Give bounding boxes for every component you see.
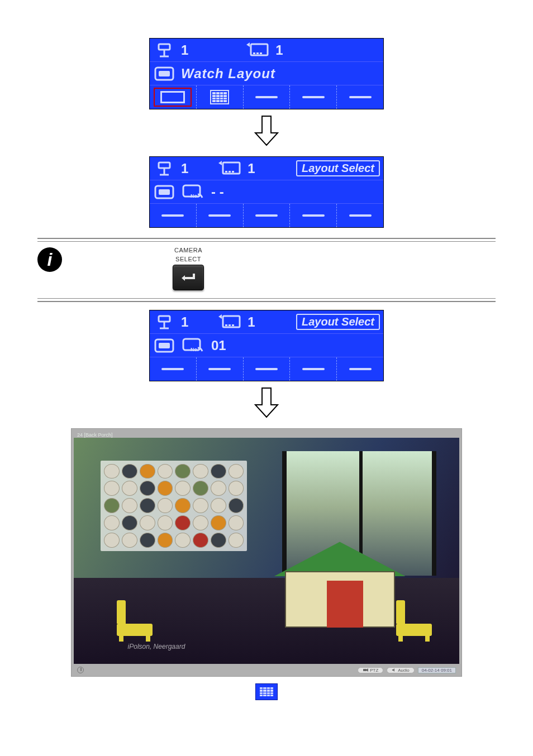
- camera-select-button[interactable]: [173, 265, 204, 290]
- svg-rect-20: [232, 324, 234, 326]
- camera-image: iPolson, Neergaard: [74, 438, 459, 664]
- camera-view-screenshot: 24 [Back Porch] iPolson, Neergaard: [71, 428, 462, 677]
- monitor-icon: [217, 314, 242, 330]
- svg-rect-11: [232, 171, 234, 173]
- svg-rect-13: [159, 189, 170, 195]
- layout-option-single[interactable]: [150, 85, 197, 109]
- screen-icon: [153, 184, 175, 200]
- layout-option-empty-1[interactable]: [244, 85, 291, 109]
- svg-text:No.: No.: [191, 347, 199, 352]
- layout-no-icon: No.: [181, 337, 206, 355]
- layout-single-selected: [154, 88, 192, 107]
- svg-rect-25: [363, 669, 367, 671]
- power-icon[interactable]: [77, 667, 84, 673]
- camera-title: 24 [Back Porch]: [77, 432, 113, 438]
- svg-rect-2: [253, 52, 255, 54]
- svg-rect-7: [159, 162, 170, 168]
- layout-select-indicator: Layout Select: [296, 160, 380, 176]
- down-arrow-2: [250, 381, 283, 428]
- audio-button[interactable]: Audio: [387, 667, 414, 673]
- camera-number: 1: [181, 314, 188, 330]
- ptz-label: PTZ: [370, 668, 378, 673]
- info-icon: i: [37, 247, 62, 272]
- panel-watch-layout: 1 1 Watch Layout: [149, 38, 384, 109]
- monitor-number: 1: [248, 314, 255, 330]
- svg-text:No.: No.: [191, 193, 199, 199]
- blank-strip: [150, 357, 383, 381]
- screen-icon: [153, 65, 175, 82]
- camera-watermark: iPolson, Neergaard: [128, 643, 185, 650]
- svg-rect-0: [159, 44, 170, 50]
- grid-icon-footer: [255, 683, 278, 700]
- panel-layout-select-01: 1 1 Layout Select No. 01: [149, 310, 384, 381]
- down-arrow-1: [250, 109, 283, 156]
- panel-layout-select-blank: 1 1 Layout Select No. - -: [149, 156, 384, 228]
- audio-label: Audio: [398, 668, 409, 673]
- layout-select-indicator: Layout Select: [296, 314, 380, 330]
- datetime-readout: 04-02-14 09:01: [418, 667, 456, 673]
- svg-rect-16: [159, 316, 170, 322]
- camera-icon: [153, 42, 175, 59]
- grid-icon: [210, 90, 229, 104]
- layout-option-empty-3[interactable]: [337, 85, 383, 109]
- svg-rect-10: [229, 171, 231, 173]
- camera-select-label-2: SELECT: [173, 256, 204, 263]
- layout-number: 01: [211, 338, 226, 353]
- layout-option-empty-2[interactable]: [290, 85, 337, 109]
- screen-icon: [153, 337, 175, 354]
- monitor-number: 1: [248, 161, 255, 176]
- svg-rect-6: [159, 71, 170, 76]
- monitor-icon: [217, 161, 242, 176]
- panel-title: Watch Layout: [181, 66, 275, 82]
- layout-options-strip: [150, 85, 383, 109]
- ptz-button[interactable]: PTZ: [358, 667, 383, 673]
- layout-no-icon: No.: [181, 183, 206, 201]
- camera-icon: [153, 160, 175, 177]
- layout-option-grid[interactable]: [197, 85, 244, 109]
- audio-icon: [392, 668, 396, 672]
- svg-rect-18: [225, 324, 227, 326]
- monitor-icon: [245, 42, 270, 58]
- camera-number: 1: [181, 161, 188, 176]
- camera-icon: [153, 314, 175, 331]
- camera-number: 1: [181, 42, 188, 58]
- camera-select-label-1: CAMERA: [173, 247, 204, 254]
- layout-number: - -: [211, 184, 224, 200]
- camera-enter-icon: [179, 271, 197, 284]
- svg-rect-4: [260, 52, 262, 54]
- svg-rect-9: [225, 171, 227, 173]
- monitor-number: 1: [275, 42, 283, 58]
- svg-rect-22: [159, 343, 170, 348]
- blank-strip: [150, 204, 383, 227]
- svg-rect-19: [229, 324, 231, 326]
- svg-rect-3: [256, 52, 259, 54]
- ptz-icon: [363, 668, 368, 672]
